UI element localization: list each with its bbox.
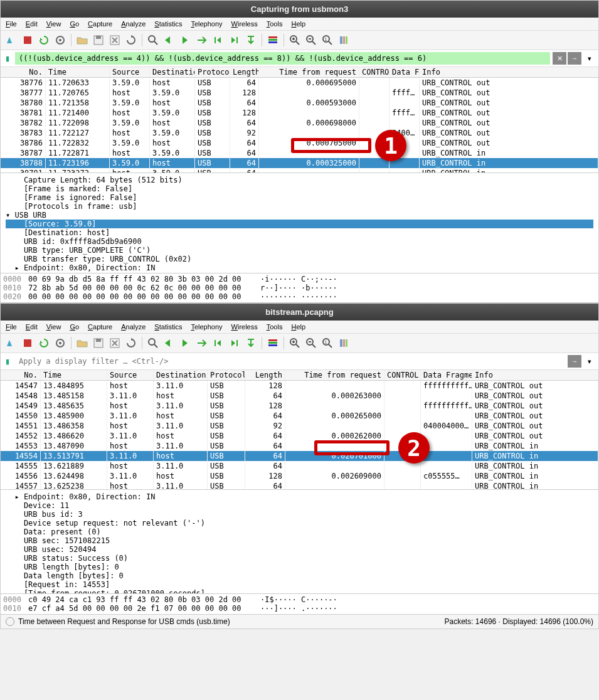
detail-line[interactable]: Device setup request: not relevant ('-') xyxy=(6,519,593,528)
packet-row[interactable]: 3877711.720765host3.59.0USB128ffff…URB_C… xyxy=(1,88,598,98)
detail-line[interactable]: URB usec: 520494 xyxy=(6,545,593,554)
zoom-out-icon[interactable] xyxy=(304,33,318,47)
menu-view[interactable]: View xyxy=(46,20,61,28)
zoom-in-icon[interactable] xyxy=(288,336,302,350)
menu-help[interactable]: Help xyxy=(291,20,305,28)
filter-bookmark-icon[interactable]: ▮ xyxy=(3,356,13,366)
goto-icon[interactable] xyxy=(195,336,209,350)
packet-details[interactable]: ▸ Endpoint: 0x80, Direction: IN Device: … xyxy=(1,489,598,593)
find-icon[interactable] xyxy=(146,336,160,350)
menu-statistics[interactable]: Statistics xyxy=(154,323,182,331)
packet-row[interactable]: 3877611.7206333.59.0hostUSB640.000695000… xyxy=(1,78,598,88)
clear-filter-icon[interactable]: ✕ xyxy=(553,52,566,65)
col-header[interactable]: Protocol xyxy=(208,370,245,380)
packet-row[interactable]: 3879111.723272host3.59.0USB64URB_CONTROL… xyxy=(1,168,598,172)
col-header[interactable]: Source xyxy=(107,370,154,380)
packet-details[interactable]: Capture Length: 64 bytes (512 bits) [Fra… xyxy=(1,172,598,273)
colorize-icon[interactable] xyxy=(266,336,280,350)
menu-view[interactable]: View xyxy=(46,323,61,331)
zoom-in-icon[interactable] xyxy=(288,33,302,47)
menu-capture[interactable]: Capture xyxy=(88,20,112,28)
col-header[interactable]: Destination xyxy=(150,67,195,77)
hex-line[interactable]: 001072 8b ab 5d 00 00 00 00 0c 62 0c 00 … xyxy=(3,284,596,292)
detail-line[interactable]: [Source: 3.59.0] xyxy=(6,220,593,228)
detail-line[interactable]: Capture Length: 64 bytes (512 bits) xyxy=(6,176,593,184)
stop-icon[interactable] xyxy=(21,336,34,350)
options-icon[interactable] xyxy=(53,33,67,47)
menu-go[interactable]: Go xyxy=(70,323,79,331)
packet-row[interactable]: 1454713.484895host3.11.0USB128ffffffffff… xyxy=(1,381,598,391)
restart-icon[interactable] xyxy=(37,336,51,350)
zoom-out-icon[interactable] xyxy=(304,336,318,350)
filter-dropdown-icon[interactable]: ▾ xyxy=(583,52,596,65)
col-header[interactable]: Source xyxy=(110,67,150,77)
menu-wireless[interactable]: Wireless xyxy=(231,323,258,331)
detail-line[interactable]: Data length [bytes]: 0 xyxy=(6,571,593,580)
col-header[interactable]: Destination xyxy=(154,370,208,380)
col-header[interactable]: No. xyxy=(1,370,41,380)
detail-line[interactable]: URB length [bytes]: 0 xyxy=(6,563,593,571)
packet-row[interactable]: 1455313.487090host3.11.0USB64URB_CONTROL… xyxy=(1,441,598,451)
expert-info-icon[interactable] xyxy=(6,617,14,626)
col-header[interactable]: CONTROL xyxy=(359,67,390,77)
fin-icon[interactable] xyxy=(4,336,18,350)
detail-line[interactable]: URB transfer type: URB_CONTROL (0x02) xyxy=(6,255,593,263)
packet-row[interactable]: 1455213.4866203.11.0hostUSB640.000262000… xyxy=(1,431,598,441)
autoscroll-icon[interactable] xyxy=(244,336,258,350)
menu-telephony[interactable]: Telephony xyxy=(191,323,222,331)
last-icon[interactable] xyxy=(228,336,241,350)
goto-icon[interactable] xyxy=(195,33,209,47)
fin-icon[interactable] xyxy=(4,33,18,47)
col-header[interactable]: Info xyxy=(472,370,598,380)
packet-row[interactable]: 1455713.625238host3.11.0USB64URB_CONTROL… xyxy=(1,481,598,489)
col-header[interactable]: Data Fragme xyxy=(421,370,472,380)
close-icon[interactable] xyxy=(108,33,122,47)
menu-statistics[interactable]: Statistics xyxy=(154,20,182,28)
resize-cols-icon[interactable] xyxy=(337,33,351,47)
detail-line[interactable]: ▾ USB URB xyxy=(6,211,593,220)
detail-line[interactable]: URB status: Success (0) xyxy=(6,554,593,563)
detail-line[interactable]: [Request in: 14553] xyxy=(6,580,593,589)
col-header[interactable]: Time from request xyxy=(285,370,384,380)
detail-line[interactable]: URB id: 0xffff8ad5db9a6900 xyxy=(6,237,593,246)
col-header[interactable]: Length xyxy=(230,67,259,77)
menu-file[interactable]: File xyxy=(6,20,17,28)
back-icon[interactable] xyxy=(162,336,176,350)
detail-line[interactable]: URB bus id: 3 xyxy=(6,510,593,519)
restart-icon[interactable] xyxy=(37,33,51,47)
back-icon[interactable] xyxy=(162,33,176,47)
col-header[interactable]: No. xyxy=(1,67,46,77)
packet-row[interactable]: 1455613.6244983.11.0hostUSB1280.00260900… xyxy=(1,471,598,481)
forward-icon[interactable] xyxy=(179,336,193,350)
col-header[interactable]: Protocol xyxy=(195,67,230,77)
col-header[interactable]: CONTROL xyxy=(384,370,421,380)
packet-row[interactable]: 1455413.5137913.11.0hostUSB640.026701000… xyxy=(1,451,598,461)
save-icon[interactable] xyxy=(92,336,105,350)
col-header[interactable]: Length xyxy=(245,370,285,380)
detail-line[interactable]: Device: 11 xyxy=(6,501,593,510)
forward-icon[interactable] xyxy=(179,33,193,47)
display-filter-input[interactable] xyxy=(15,355,565,368)
detail-line[interactable]: ▸ Endpoint: 0x80, Direction: IN xyxy=(6,492,593,501)
stop-icon[interactable] xyxy=(21,33,34,47)
detail-line[interactable]: ▸ Endpoint: 0x80, Direction: IN xyxy=(6,263,593,272)
menu-tools[interactable]: Tools xyxy=(267,20,283,28)
packet-row[interactable]: 1455113.486358host3.11.0USB92040004000…U… xyxy=(1,421,598,431)
packet-list[interactable]: No.TimeSourceDestinationProtocolLengthTi… xyxy=(1,370,598,489)
menu-go[interactable]: Go xyxy=(70,20,79,28)
detail-line[interactable]: URB sec: 1571082215 xyxy=(6,536,593,545)
first-icon[interactable] xyxy=(211,336,225,350)
menu-telephony[interactable]: Telephony xyxy=(191,20,222,28)
col-header[interactable]: Time xyxy=(41,370,107,380)
open-icon[interactable] xyxy=(75,336,89,350)
zoom-reset-icon[interactable]: 1 xyxy=(321,33,334,47)
menu-wireless[interactable]: Wireless xyxy=(231,20,258,28)
autoscroll-icon[interactable] xyxy=(244,33,258,47)
packet-row[interactable]: 1455513.621889host3.11.0USB64URB_CONTROL… xyxy=(1,461,598,471)
menu-analyze[interactable]: Analyze xyxy=(121,323,146,331)
reload-icon[interactable] xyxy=(124,336,138,350)
packet-bytes[interactable]: 000000 69 9a db d5 8a ff ff 43 02 80 3b … xyxy=(1,273,598,302)
find-icon[interactable] xyxy=(146,33,160,47)
zoom-reset-icon[interactable]: 1 xyxy=(321,336,334,350)
hex-line[interactable]: 002000 00 00 00 00 00 00 00 00 00 00 00 … xyxy=(3,292,596,301)
